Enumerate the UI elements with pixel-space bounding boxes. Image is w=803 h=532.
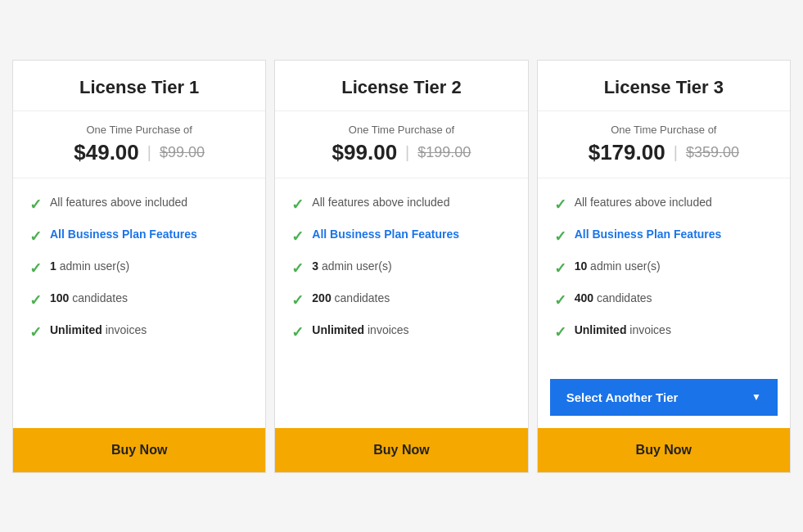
original-price-1: $99.00 — [160, 144, 205, 161]
feature-item: ✓ All features above included — [554, 195, 774, 214]
tier-header-1: License Tier 1 — [13, 61, 265, 111]
check-icon: ✓ — [554, 323, 566, 341]
feature-item: ✓ Unlimited invoices — [291, 322, 511, 341]
feature-text: All Business Plan Features — [312, 227, 459, 243]
pricing-info-3: One Time Purchase of $179.00 | $359.00 — [538, 111, 790, 178]
feature-item: ✓ Unlimited invoices — [554, 322, 774, 341]
feature-text: All features above included — [575, 195, 712, 211]
feature-item: ✓ 400 candidates — [554, 291, 774, 309]
price-divider-2: | — [405, 143, 409, 162]
feature-item: ✓ All Business Plan Features — [29, 227, 249, 246]
one-time-label-1: One Time Purchase of — [25, 124, 253, 136]
check-icon: ✓ — [291, 228, 304, 246]
feature-text: 200 candidates — [312, 291, 390, 307]
feature-text: All features above included — [312, 195, 449, 211]
tier-title-1: License Tier 1 — [25, 77, 253, 98]
current-price-1: $49.00 — [74, 140, 139, 165]
feature-text: 100 candidates — [50, 291, 128, 307]
business-plan-link-2[interactable]: All Business Plan Features — [312, 228, 459, 241]
check-icon: ✓ — [29, 291, 42, 309]
feature-text: 10 admin user(s) — [575, 259, 661, 275]
check-icon: ✓ — [291, 196, 304, 214]
tier-header-2: License Tier 2 — [275, 61, 527, 111]
business-plan-link-3[interactable]: All Business Plan Features — [575, 228, 722, 241]
select-another-tier-button[interactable]: Select Another Tier ▼ — [550, 379, 778, 416]
features-list-3: ✓ All features above included ✓ All Busi… — [538, 178, 790, 371]
buy-now-button-2[interactable]: Buy Now — [275, 428, 527, 472]
feature-item: ✓ Unlimited invoices — [29, 322, 249, 341]
original-price-3: $359.00 — [686, 144, 739, 161]
feature-text: Unlimited invoices — [312, 322, 408, 339]
feature-item: ✓ All Business Plan Features — [554, 227, 774, 246]
chevron-down-icon: ▼ — [751, 391, 761, 403]
features-list-2: ✓ All features above included ✓ All Busi… — [275, 178, 527, 371]
price-divider-1: | — [147, 143, 151, 162]
feature-item: ✓ 3 admin user(s) — [291, 259, 511, 277]
feature-text: 400 candidates — [575, 291, 652, 307]
tier-card-1: License Tier 1 One Time Purchase of $49.… — [12, 60, 266, 473]
check-icon: ✓ — [554, 196, 566, 214]
feature-item: ✓ 1 admin user(s) — [29, 259, 249, 277]
price-row-3: $179.00 | $359.00 — [550, 140, 778, 165]
feature-item: ✓ 100 candidates — [29, 291, 249, 309]
pricing-container: License Tier 1 One Time Purchase of $49.… — [0, 52, 803, 481]
one-time-label-3: One Time Purchase of — [550, 124, 778, 136]
tier-card-3: License Tier 3 One Time Purchase of $179… — [537, 60, 791, 473]
check-icon: ✓ — [29, 323, 42, 341]
current-price-2: $99.00 — [332, 140, 398, 165]
one-time-label-2: One Time Purchase of — [287, 124, 515, 136]
current-price-3: $179.00 — [589, 140, 665, 165]
feature-item: ✓ 200 candidates — [291, 291, 511, 309]
check-icon: ✓ — [29, 196, 42, 214]
check-icon: ✓ — [554, 291, 566, 309]
check-icon: ✓ — [291, 259, 304, 277]
pricing-info-2: One Time Purchase of $99.00 | $199.00 — [275, 111, 527, 178]
feature-text: All Business Plan Features — [575, 227, 722, 243]
check-icon: ✓ — [291, 323, 304, 341]
original-price-2: $199.00 — [417, 144, 471, 161]
tier-header-3: License Tier 3 — [538, 61, 790, 111]
pricing-info-1: One Time Purchase of $49.00 | $99.00 — [13, 111, 265, 178]
check-icon: ✓ — [554, 228, 566, 246]
features-list-1: ✓ All features above included ✓ All Busi… — [13, 178, 265, 371]
price-row-2: $99.00 | $199.00 — [287, 140, 515, 165]
feature-item: ✓ All Business Plan Features — [291, 227, 511, 246]
tier-title-3: License Tier 3 — [550, 77, 778, 98]
feature-item: ✓ 10 admin user(s) — [554, 259, 774, 277]
feature-text: All Business Plan Features — [50, 227, 197, 243]
feature-text: Unlimited invoices — [50, 322, 147, 339]
feature-text: 1 admin user(s) — [50, 259, 129, 275]
feature-item: ✓ All features above included — [29, 195, 249, 214]
price-divider-3: | — [674, 143, 678, 162]
tier-card-2: License Tier 2 One Time Purchase of $99.… — [274, 60, 528, 473]
feature-text: 3 admin user(s) — [312, 259, 391, 275]
check-icon: ✓ — [29, 259, 42, 277]
price-row-1: $49.00 | $99.00 — [25, 140, 253, 165]
check-icon: ✓ — [291, 291, 304, 309]
buy-now-button-3[interactable]: Buy Now — [538, 428, 790, 472]
feature-item: ✓ All features above included — [291, 195, 511, 214]
check-icon: ✓ — [554, 259, 566, 277]
select-tier-label: Select Another Tier — [566, 390, 679, 404]
business-plan-link-1[interactable]: All Business Plan Features — [50, 228, 197, 241]
feature-text: All features above included — [50, 195, 187, 211]
feature-text: Unlimited invoices — [575, 322, 671, 339]
buy-now-button-1[interactable]: Buy Now — [13, 428, 265, 472]
check-icon: ✓ — [29, 228, 42, 246]
tier-title-2: License Tier 2 — [287, 77, 515, 98]
